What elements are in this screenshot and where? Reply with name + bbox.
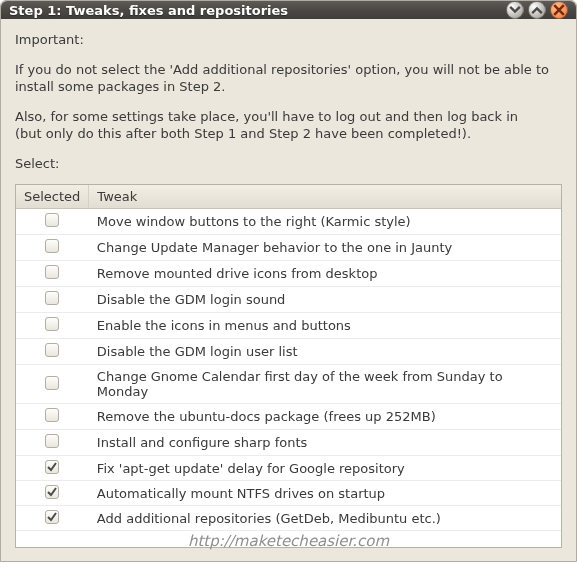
table-row[interactable]: Fix 'apt-get update' delay for Google re… bbox=[16, 456, 561, 481]
intro-paragraph-1: If you do not select the 'Add additional… bbox=[15, 61, 562, 96]
tweak-label: Enable the icons in menus and buttons bbox=[89, 313, 561, 339]
table-row[interactable]: Move window buttons to the right (Karmic… bbox=[16, 209, 561, 235]
column-header-selected[interactable]: Selected bbox=[16, 185, 89, 209]
table-row[interactable]: Enable the icons in menus and buttons bbox=[16, 313, 561, 339]
checkbox[interactable] bbox=[45, 408, 59, 422]
tweak-label: Add additional repositories (GetDeb, Med… bbox=[89, 506, 561, 531]
check-icon bbox=[46, 461, 58, 473]
checkbox[interactable] bbox=[45, 510, 59, 524]
table-row[interactable]: Install and configure sharp fonts bbox=[16, 430, 561, 456]
tweak-label: Install and configure sharp fonts bbox=[89, 430, 561, 456]
table-row[interactable]: Change Update Manager behavior to the on… bbox=[16, 235, 561, 261]
checkbox[interactable] bbox=[45, 460, 59, 474]
check-icon bbox=[46, 511, 58, 523]
tweaks-table: Selected Tweak Move window buttons to th… bbox=[15, 184, 562, 548]
tweak-label: Move window buttons to the right (Karmic… bbox=[89, 209, 561, 235]
column-header-tweak[interactable]: Tweak bbox=[89, 185, 561, 209]
checkbox[interactable] bbox=[45, 343, 59, 357]
window: Step 1: Tweaks, fixes and repositories I… bbox=[0, 0, 577, 562]
chevron-up-icon bbox=[529, 2, 545, 18]
checkbox[interactable] bbox=[45, 317, 59, 331]
checkbox[interactable] bbox=[45, 376, 59, 390]
table-row[interactable]: Remove mounted drive icons from desktop bbox=[16, 261, 561, 287]
tweak-label: Change Update Manager behavior to the on… bbox=[89, 235, 561, 261]
tweak-label: Automatically mount NTFS drives on start… bbox=[89, 481, 561, 506]
checkbox[interactable] bbox=[45, 239, 59, 253]
tweak-label: Remove the ubuntu-docs package (frees up… bbox=[89, 404, 561, 430]
table-row[interactable]: Disable the GDM login user list bbox=[16, 339, 561, 365]
tweak-label: Change Gnome Calendar first day of the w… bbox=[89, 365, 561, 404]
dialog-buttons: Cancel OK bbox=[1, 554, 576, 562]
close-button[interactable] bbox=[550, 1, 568, 19]
chevron-down-icon bbox=[507, 2, 523, 18]
checkbox[interactable] bbox=[45, 213, 59, 227]
intro-text: Important: If you do not select the 'Add… bbox=[15, 31, 562, 184]
tweak-label: Remove mounted drive icons from desktop bbox=[89, 261, 561, 287]
window-title: Step 1: Tweaks, fixes and repositories bbox=[9, 3, 506, 18]
checkbox[interactable] bbox=[45, 434, 59, 448]
checkbox[interactable] bbox=[45, 265, 59, 279]
important-label: Important: bbox=[15, 31, 562, 49]
check-icon bbox=[46, 486, 58, 498]
intro-paragraph-2b: (but only do this after both Step 1 and … bbox=[15, 125, 562, 143]
tweak-label: Disable the GDM login user list bbox=[89, 339, 561, 365]
content-area: Important: If you do not select the 'Add… bbox=[1, 19, 576, 554]
minimize-button[interactable] bbox=[506, 1, 524, 19]
maximize-button[interactable] bbox=[528, 1, 546, 19]
table-row[interactable]: Disable the GDM login sound bbox=[16, 287, 561, 313]
checkbox[interactable] bbox=[45, 485, 59, 499]
table-row[interactable]: Add additional repositories (GetDeb, Med… bbox=[16, 506, 561, 531]
tweak-label: Fix 'apt-get update' delay for Google re… bbox=[89, 456, 561, 481]
intro-paragraph-2a: Also, for some settings take place, you'… bbox=[15, 108, 562, 126]
checkbox[interactable] bbox=[45, 291, 59, 305]
close-icon bbox=[551, 2, 567, 18]
table-row[interactable]: Automatically mount NTFS drives on start… bbox=[16, 481, 561, 506]
window-controls bbox=[506, 1, 568, 19]
table-row[interactable]: Remove the ubuntu-docs package (frees up… bbox=[16, 404, 561, 430]
tweak-label: Disable the GDM login sound bbox=[89, 287, 561, 313]
table-row[interactable]: Change Gnome Calendar first day of the w… bbox=[16, 365, 561, 404]
titlebar[interactable]: Step 1: Tweaks, fixes and repositories bbox=[1, 1, 576, 19]
select-label: Select: bbox=[15, 155, 562, 173]
